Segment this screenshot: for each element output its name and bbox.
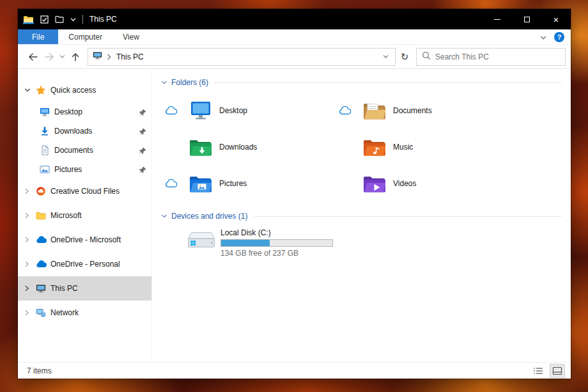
desktop-background: This PC × File Computer View ? xyxy=(0,0,588,392)
folder-tile-videos[interactable]: Videos xyxy=(335,165,509,201)
folder-tile-desktop[interactable]: Desktop xyxy=(161,92,335,129)
address-location-icon xyxy=(93,51,102,63)
sidebar-item-network[interactable]: Network xyxy=(18,301,151,325)
search-box[interactable] xyxy=(416,48,566,66)
folder-tile-downloads[interactable]: Downloads xyxy=(161,129,335,165)
group-collapse-icon[interactable] xyxy=(161,79,167,86)
desktop-folder-icon xyxy=(188,100,213,122)
quick-access-star-icon xyxy=(36,85,47,95)
tab-view[interactable]: View xyxy=(112,29,150,44)
folder-tile-pictures[interactable]: Pictures xyxy=(161,165,335,201)
back-button[interactable] xyxy=(24,49,41,65)
folder-tile-music[interactable]: Music xyxy=(335,129,509,165)
folder-icon xyxy=(36,210,47,221)
refresh-button[interactable]: ↻ xyxy=(396,49,414,65)
help-icon[interactable]: ? xyxy=(554,32,564,42)
ribbon-expand-icon[interactable] xyxy=(540,31,546,43)
qat-customize-dropdown-icon[interactable] xyxy=(70,17,76,22)
sidebar-item-downloads[interactable]: Downloads xyxy=(18,122,151,141)
search-icon xyxy=(422,51,431,63)
pictures-icon xyxy=(40,164,50,175)
maximize-button[interactable] xyxy=(512,9,541,29)
minimize-button[interactable] xyxy=(483,9,512,29)
this-pc-icon xyxy=(36,283,47,294)
group-collapse-icon[interactable] xyxy=(161,213,167,219)
downloads-folder-icon xyxy=(188,136,213,158)
up-button[interactable] xyxy=(67,49,84,65)
pin-icon xyxy=(139,147,146,154)
onedrive-sync-icon xyxy=(165,179,180,188)
disk-usage-fill xyxy=(221,240,270,246)
group-rule xyxy=(215,82,562,83)
onedrive-icon xyxy=(36,260,47,268)
chevron-right-icon[interactable] xyxy=(24,212,36,219)
window-controls: × xyxy=(483,9,571,29)
drive-free-space: 134 GB free of 237 GB xyxy=(220,249,333,258)
chevron-right-icon[interactable] xyxy=(24,285,36,292)
sidebar-item-pictures[interactable]: Pictures xyxy=(18,160,151,179)
forward-button[interactable] xyxy=(41,49,58,65)
ribbon-tab-row: File Computer View ? xyxy=(18,29,571,45)
chevron-right-icon[interactable] xyxy=(24,237,36,243)
folders-grid: Desktop Documents xyxy=(161,92,571,201)
group-title[interactable]: Devices and drives (1) xyxy=(171,212,247,221)
downloads-icon xyxy=(40,126,50,136)
sidebar-item-microsoft[interactable]: Microsoft xyxy=(18,203,151,228)
items-count: 7 items xyxy=(27,366,52,375)
address-dropdown-icon[interactable] xyxy=(379,54,392,59)
status-bar: 7 items xyxy=(18,362,571,379)
details-view-icon[interactable] xyxy=(531,365,545,377)
navigation-pane: Quick access Desktop Downloads xyxy=(18,69,152,362)
minimize-icon xyxy=(494,19,500,20)
folder-tile-documents[interactable]: Documents xyxy=(335,92,509,129)
sidebar-item-this-pc[interactable]: This PC xyxy=(18,276,151,301)
tab-computer[interactable]: Computer xyxy=(58,29,112,44)
group-title[interactable]: Folders (6) xyxy=(171,78,208,87)
window-title: This PC xyxy=(89,15,117,24)
explorer-app-icon xyxy=(23,15,34,24)
breadcrumb-location[interactable]: This PC xyxy=(116,52,144,61)
documents-icon xyxy=(40,145,50,155)
music-folder-icon xyxy=(362,136,387,158)
drive-label: Local Disk (C:) xyxy=(220,228,333,237)
file-list-panel: Folders (6) Desktop xyxy=(152,69,571,362)
onedrive-sync-icon xyxy=(339,106,354,115)
qat-new-folder-icon[interactable] xyxy=(55,15,64,23)
tab-file[interactable]: File xyxy=(18,29,58,44)
chevron-right-icon[interactable] xyxy=(24,310,36,316)
hard-drive-icon xyxy=(187,228,216,251)
sidebar-item-onedrive-microsoft[interactable]: OneDrive - Microsoft xyxy=(18,228,151,252)
chevron-right-icon[interactable] xyxy=(24,261,36,267)
creative-cloud-icon xyxy=(36,186,47,196)
navigation-bar: This PC ↻ xyxy=(18,45,571,69)
close-button[interactable]: × xyxy=(541,9,571,29)
recent-locations-dropdown-icon[interactable] xyxy=(58,49,67,65)
quick-access-toolbar: This PC xyxy=(18,15,117,24)
qat-properties-icon[interactable] xyxy=(40,15,49,24)
maximize-icon xyxy=(524,17,530,22)
drive-tile-local-disk-c[interactable]: Local Disk (C:) 134 GB free of 237 GB xyxy=(187,228,378,258)
address-bar[interactable]: This PC xyxy=(88,48,396,66)
group-rule xyxy=(254,216,562,217)
pin-icon xyxy=(139,166,146,173)
breadcrumb-chevron-icon[interactable] xyxy=(107,54,111,60)
network-icon xyxy=(36,308,47,318)
titlebar: This PC × xyxy=(18,9,571,29)
sidebar-item-documents[interactable]: Documents xyxy=(18,141,151,160)
chevron-right-icon[interactable] xyxy=(24,188,36,194)
sidebar-item-onedrive-personal[interactable]: OneDrive - Personal xyxy=(18,252,151,276)
pin-icon xyxy=(139,128,146,135)
sidebar-item-desktop[interactable]: Desktop xyxy=(18,102,151,122)
documents-folder-icon xyxy=(362,100,387,122)
disk-usage-bar xyxy=(220,239,333,247)
titlebar-separator xyxy=(82,15,83,24)
close-icon: × xyxy=(553,15,559,24)
sidebar-item-creative-cloud-files[interactable]: Creative Cloud Files xyxy=(18,179,151,203)
onedrive-icon xyxy=(36,236,47,244)
sidebar-item-quick-access[interactable]: Quick access xyxy=(18,78,151,102)
search-input[interactable] xyxy=(435,52,560,61)
thumbnails-view-icon[interactable] xyxy=(550,365,564,377)
chevron-down-icon[interactable] xyxy=(24,87,36,93)
desktop-icon xyxy=(40,107,50,117)
folders-group-header: Folders (6) xyxy=(152,75,571,90)
